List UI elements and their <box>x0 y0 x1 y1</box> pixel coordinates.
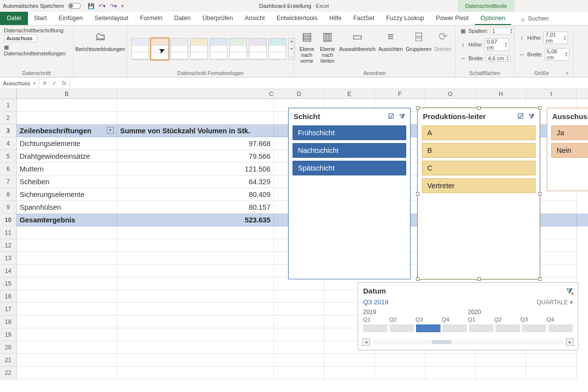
clear-filter-icon[interactable]: ⧩ <box>566 287 573 295</box>
style-thumb[interactable] <box>171 38 188 60</box>
tab-factset[interactable]: FactSet <box>347 12 380 25</box>
row-header[interactable]: 15 <box>0 277 17 290</box>
row-header[interactable]: 6 <box>0 163 17 175</box>
slicer-styles-gallery[interactable]: ▴ ▾ ⋯ <box>131 38 295 60</box>
row-header[interactable]: 19 <box>0 328 17 341</box>
fx-icon[interactable]: fx <box>62 80 66 87</box>
slicer-item[interactable]: Frühschicht <box>293 125 406 140</box>
slicer-item[interactable]: Ja <box>551 125 588 140</box>
pivot-total-label[interactable]: Gesamtergebnis <box>17 214 117 226</box>
tab-daten[interactable]: Daten <box>169 12 196 25</box>
slicer-item[interactable]: Vertreter <box>422 178 536 193</box>
pivot-cell[interactable]: 80.409 <box>117 188 274 201</box>
style-thumb[interactable] <box>210 38 227 60</box>
slicer-item[interactable]: Nachtschicht <box>293 143 406 158</box>
slicer-produktionsleiter[interactable]: Produktions-leiter ☑⧩ A B C Vertreter <box>417 108 540 279</box>
style-thumb[interactable] <box>229 38 247 60</box>
search-box[interactable]: Suchen <box>521 12 548 25</box>
tab-entwicklertools[interactable]: Entwicklertools <box>271 12 323 25</box>
col-header[interactable]: F <box>375 89 425 98</box>
row-header[interactable]: 5 <box>0 150 17 163</box>
col-header[interactable]: C <box>117 89 274 98</box>
col-header[interactable]: G <box>425 89 476 98</box>
selection-pane-button[interactable]: ▭Auswahlbereich <box>339 27 375 52</box>
size-height-spinner[interactable]: 7,01 cm▴▾ <box>543 31 568 44</box>
slicer-caption-input[interactable] <box>4 34 37 42</box>
row-header[interactable]: 17 <box>0 303 17 316</box>
pivot-cell[interactable]: Dichtungselemente <box>17 137 117 150</box>
qat-more-icon[interactable]: ▾ <box>121 3 124 9</box>
group-button[interactable]: ⌸Gruppieren <box>406 27 432 52</box>
slicer-item[interactable]: B <box>422 143 536 158</box>
timeline-bar-active[interactable] <box>416 324 441 332</box>
row-header[interactable]: 3 <box>0 124 17 137</box>
name-box[interactable]: Ausschuss <box>0 77 39 89</box>
align-button[interactable]: ≡Ausrichten <box>378 27 403 52</box>
row-header[interactable]: 8 <box>0 188 17 201</box>
timeline-datum[interactable]: Datum ⧩ Q3 2019 QUARTALE ▾ 2019 2020 Q1 … <box>358 282 578 350</box>
pivot-total-value[interactable]: 523.635 <box>117 214 274 226</box>
tab-seitenlayout[interactable]: Seitenlayout <box>89 12 134 25</box>
pivot-cell[interactable]: 80.157 <box>117 201 274 214</box>
dialog-launcher-icon[interactable]: ↘ <box>565 70 569 75</box>
pivot-cell[interactable]: Drahtgewindeeinsätze <box>17 150 117 163</box>
autosave-toggle[interactable]: Automatisches Speichern <box>3 3 83 9</box>
row-header[interactable]: 4 <box>0 137 17 150</box>
tab-file[interactable]: Datei <box>0 12 28 25</box>
pivot-value-header[interactable]: Summe von Stückzahl Volumen in Stk. <box>117 124 274 137</box>
undo-icon[interactable]: ↶▾ <box>98 3 106 9</box>
pivot-cell[interactable]: Scheiben <box>17 175 117 188</box>
row-header[interactable]: 16 <box>0 290 17 303</box>
row-header[interactable]: 1 <box>0 99 17 112</box>
style-thumb[interactable] <box>190 38 208 60</box>
slicer-schicht[interactable]: Schicht ☑⧩ Frühschicht Nachtschicht Spät… <box>288 108 411 279</box>
timeline-granularity[interactable]: QUARTALE ▾ <box>537 298 573 306</box>
row-header[interactable]: 14 <box>0 265 17 277</box>
pivot-row-header[interactable]: Zeilenbeschriftungen▾ <box>17 124 117 137</box>
row-header[interactable]: 2 <box>0 112 17 124</box>
columns-spinner[interactable]: 1▴▾ <box>490 27 514 34</box>
tab-einfuegen[interactable]: Einfügen <box>53 12 89 25</box>
filter-dropdown-icon[interactable]: ▾ <box>107 127 114 134</box>
slicer-item[interactable]: Nein <box>551 143 588 158</box>
style-thumb[interactable] <box>131 38 149 60</box>
bring-forward-button[interactable]: ▤Ebene nach vorne <box>298 27 316 64</box>
slicer-item[interactable]: A <box>422 125 536 140</box>
pivot-cell[interactable]: 79.566 <box>117 150 274 163</box>
col-header[interactable]: D <box>274 89 324 98</box>
tab-fuzzy-lookup[interactable]: Fuzzy Lookup <box>380 12 430 25</box>
scroll-left-icon[interactable]: ◂ <box>362 338 370 346</box>
pivot-cell[interactable]: Muttern <box>17 163 117 175</box>
col-header[interactable]: E <box>324 89 375 98</box>
scroll-right-icon[interactable]: ▸ <box>566 338 574 346</box>
slicer-ausschuss[interactable]: Ausschuss Ja Nein <box>547 108 588 191</box>
toggle-icon[interactable] <box>68 3 81 9</box>
clear-filter-icon[interactable]: ⧩ <box>399 112 405 121</box>
tab-hilfe[interactable]: Hilfe <box>323 12 347 25</box>
save-icon[interactable]: 💾 <box>88 3 95 9</box>
row-header[interactable]: 10 <box>0 214 17 226</box>
report-connections-button[interactable]: 🗂 Berichtsverbindungen <box>83 27 118 52</box>
pivot-cell[interactable]: 97.668 <box>117 137 274 150</box>
timeline-bars[interactable] <box>358 324 578 336</box>
tab-formeln[interactable]: Formeln <box>134 12 169 25</box>
tab-optionen[interactable]: Optionen <box>475 12 512 25</box>
btn-width-spinner[interactable]: 4,6 cm▴▾ <box>486 55 511 62</box>
row-header[interactable]: 7 <box>0 175 17 188</box>
col-header[interactable]: H <box>476 89 526 98</box>
size-width-spinner[interactable]: 5,08 cm▴▾ <box>545 48 569 61</box>
slicer-item[interactable]: C <box>422 161 536 175</box>
tab-start[interactable]: Start <box>28 12 52 25</box>
slicer-settings-button[interactable]: ▦ Datenschnitteinstellungen <box>4 44 69 56</box>
multiselect-icon[interactable]: ☑ <box>517 112 524 121</box>
tab-power-pivot[interactable]: Power Pivot <box>430 12 475 25</box>
scroll-track[interactable] <box>373 340 563 344</box>
row-header[interactable]: 18 <box>0 316 17 328</box>
style-thumb[interactable] <box>151 38 169 60</box>
clear-filter-icon[interactable]: ⧩ <box>529 112 535 121</box>
formula-input[interactable] <box>70 77 588 89</box>
row-header[interactable]: 9 <box>0 201 17 214</box>
row-header[interactable]: 12 <box>0 239 17 252</box>
row-header[interactable]: 11 <box>0 226 17 239</box>
pivot-cell[interactable]: Spannhülsen <box>17 201 117 214</box>
